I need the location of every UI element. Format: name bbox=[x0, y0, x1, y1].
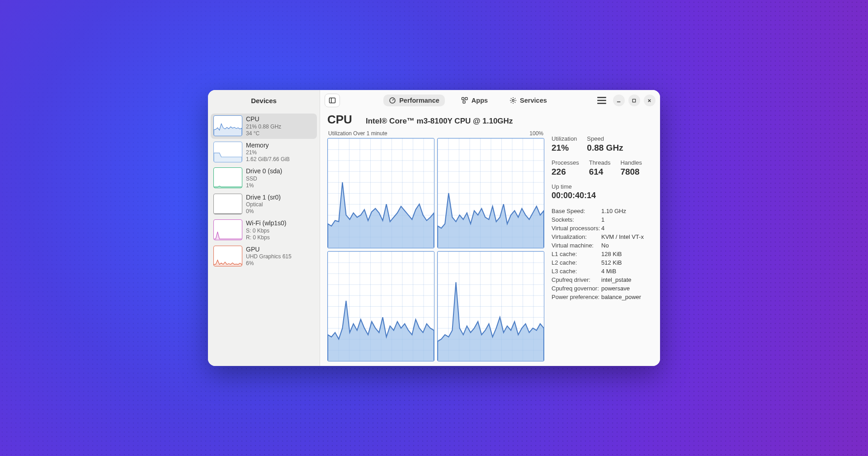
spec-row: Virtual processors:4 bbox=[552, 225, 650, 232]
device-item-gpu[interactable]: GPU UHD Graphics 615 6% bbox=[211, 244, 317, 269]
spec-row: Cpufreq driver:intel_pstate bbox=[552, 276, 650, 283]
stat-speed: Speed 0.88 GHz bbox=[587, 135, 623, 153]
device-title: CPU bbox=[246, 115, 281, 124]
device-item-cpu[interactable]: CPU 21% 0.88 GHz 34 °C bbox=[211, 114, 317, 139]
cpu-core-chart-2 bbox=[327, 251, 434, 361]
view-tabs: Performance Apps Services bbox=[383, 95, 552, 106]
device-list: CPU 21% 0.88 GHz 34 °C Memory 21% 1.62 G… bbox=[208, 111, 320, 271]
spec-row: L1 cache:128 KiB bbox=[552, 251, 650, 257]
svg-rect-0 bbox=[330, 98, 335, 103]
device-title: Drive 1 (sr0) bbox=[246, 194, 281, 202]
device-sub1: Optical bbox=[246, 201, 281, 208]
spec-key: L3 cache: bbox=[552, 268, 601, 275]
toggle-sidebar-button[interactable] bbox=[325, 94, 340, 107]
device-thumb bbox=[213, 194, 242, 214]
spec-row: Sockets:1 bbox=[552, 216, 650, 223]
content: CPU Intel® Core™ m3-8100Y CPU @ 1.10GHz … bbox=[320, 111, 660, 366]
spec-value: 4 bbox=[601, 225, 604, 232]
close-icon bbox=[647, 98, 652, 103]
spec-value: intel_pstate bbox=[601, 276, 632, 283]
spec-row: Virtual machine:No bbox=[552, 242, 650, 249]
spec-key: Virtual processors: bbox=[552, 225, 601, 232]
maximize-icon bbox=[632, 98, 637, 103]
tab-apps[interactable]: Apps bbox=[456, 95, 493, 106]
device-sub1: 21% bbox=[246, 149, 290, 156]
svg-rect-6 bbox=[463, 101, 465, 103]
device-thumb bbox=[213, 142, 242, 162]
spec-list: Base Speed:1.10 GHzSockets:1Virtual proc… bbox=[552, 208, 650, 300]
apps-icon bbox=[461, 97, 468, 104]
spec-key: Cpufreq driver: bbox=[552, 276, 601, 283]
device-sub1: S: 0 Kbps bbox=[246, 228, 286, 234]
sidebar-title: Devices bbox=[208, 90, 320, 111]
page-title: CPU bbox=[327, 113, 352, 127]
spec-key: Power preference: bbox=[552, 294, 601, 300]
svg-point-7 bbox=[512, 100, 514, 101]
spec-value: 4 MiB bbox=[601, 268, 616, 275]
panel-icon bbox=[329, 97, 336, 104]
spec-key: Cpufreq governor: bbox=[552, 285, 601, 292]
device-item-drive-0-sda-[interactable]: Drive 0 (sda) SSD 1% bbox=[211, 166, 317, 191]
svg-rect-4 bbox=[462, 98, 464, 100]
device-item-wi-fi-wlp1s0-[interactable]: Wi-Fi (wlp1s0) S: 0 Kbps R: 0 Kbps bbox=[211, 218, 317, 243]
cpu-model: Intel® Core™ m3-8100Y CPU @ 1.10GHz bbox=[366, 117, 513, 126]
hamburger-icon bbox=[596, 95, 608, 106]
spec-key: L1 cache: bbox=[552, 251, 601, 257]
device-sub1: SSD bbox=[246, 176, 282, 182]
spec-key: Virtual machine: bbox=[552, 242, 601, 249]
stats-column: Utilization 21% Speed 0.88 GHz Processes… bbox=[549, 113, 653, 361]
axis-right-label: 100% bbox=[529, 130, 543, 137]
device-item-memory[interactable]: Memory 21% 1.62 GiB/7.66 GiB bbox=[211, 140, 317, 165]
spec-row: Power preference:balance_power bbox=[552, 294, 650, 300]
device-title: Wi-Fi (wlp1s0) bbox=[246, 219, 286, 228]
uptime-value: 00:00:40:14 bbox=[552, 191, 650, 200]
device-title: GPU bbox=[246, 246, 292, 254]
minimize-button[interactable] bbox=[613, 95, 625, 106]
spec-row: L3 cache:4 MiB bbox=[552, 268, 650, 275]
device-thumb bbox=[213, 219, 242, 240]
device-sub2: 1% bbox=[246, 182, 282, 189]
axis-left-label: Utilization Over 1 minute bbox=[328, 130, 387, 137]
maximize-button[interactable] bbox=[628, 95, 640, 106]
chart-axis-labels: Utilization Over 1 minute 100% bbox=[327, 130, 544, 138]
device-thumb bbox=[213, 167, 242, 188]
cpu-core-chart-1 bbox=[437, 138, 544, 248]
menu-button[interactable] bbox=[596, 95, 608, 106]
stat-handles: Handles 7808 bbox=[620, 159, 642, 177]
device-sub1: 21% 0.88 GHz bbox=[246, 124, 281, 130]
chart-column: CPU Intel® Core™ m3-8100Y CPU @ 1.10GHz … bbox=[327, 113, 544, 361]
device-title: Memory bbox=[246, 142, 290, 150]
sidebar: Devices CPU 21% 0.88 GHz 34 °C Memory 21… bbox=[208, 90, 320, 366]
spec-value: KVM / Intel VT-x bbox=[601, 233, 644, 240]
topbar: Performance Apps Services bbox=[320, 90, 660, 111]
spec-value: powersave bbox=[601, 285, 630, 292]
gear-icon bbox=[509, 97, 517, 104]
cpu-core-chart-3 bbox=[437, 251, 544, 361]
window-controls bbox=[613, 95, 656, 106]
spec-key: Sockets: bbox=[552, 216, 601, 223]
spec-row: L2 cache:512 KiB bbox=[552, 259, 650, 266]
stat-processes: Processes 226 bbox=[552, 159, 579, 177]
spec-value: 128 KiB bbox=[601, 251, 622, 257]
device-item-drive-1-sr0-[interactable]: Drive 1 (sr0) Optical 0% bbox=[211, 192, 317, 217]
spec-row: Base Speed:1.10 GHz bbox=[552, 208, 650, 214]
tab-performance[interactable]: Performance bbox=[383, 95, 445, 106]
close-button[interactable] bbox=[644, 95, 656, 106]
title-row: CPU Intel® Core™ m3-8100Y CPU @ 1.10GHz bbox=[327, 113, 544, 127]
tab-label: Apps bbox=[472, 97, 488, 104]
spec-row: Virtualization:KVM / Intel VT-x bbox=[552, 233, 650, 240]
device-thumb bbox=[213, 115, 242, 136]
device-sub2: 6% bbox=[246, 260, 292, 267]
spec-value: balance_power bbox=[601, 294, 641, 300]
svg-line-3 bbox=[392, 99, 394, 100]
tab-services[interactable]: Services bbox=[504, 95, 552, 106]
cpu-core-charts bbox=[327, 138, 544, 361]
spec-key: Virtualization: bbox=[552, 233, 601, 240]
spec-value: 1 bbox=[601, 216, 604, 223]
svg-rect-5 bbox=[465, 98, 467, 100]
device-sub1: UHD Graphics 615 bbox=[246, 253, 292, 260]
device-sub2: 34 °C bbox=[246, 130, 281, 137]
minimize-icon bbox=[616, 98, 621, 103]
main-area: Performance Apps Services bbox=[320, 90, 660, 366]
spec-row: Cpufreq governor:powersave bbox=[552, 285, 650, 292]
